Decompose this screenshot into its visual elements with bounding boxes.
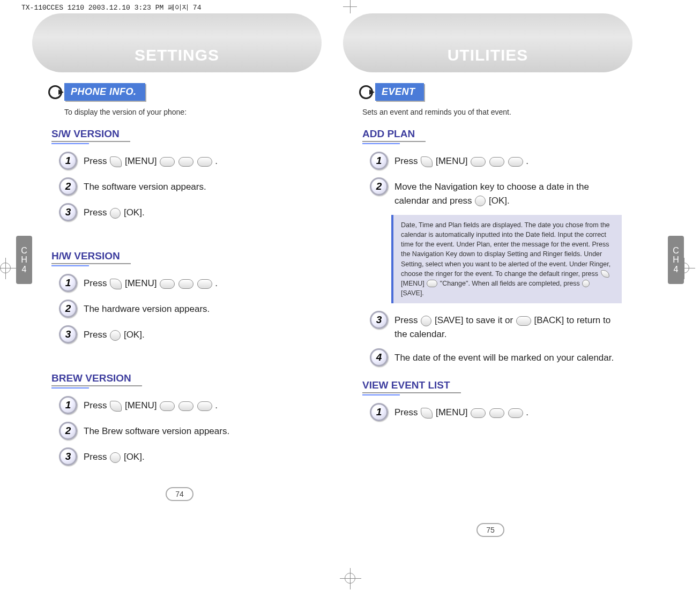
step-number-icon: 1 xyxy=(370,403,388,421)
menu-key-icon xyxy=(110,279,122,289)
doc-header-meta: TX-110CCES 1210 2003.12.10 3:23 PM 페이지 7… xyxy=(21,3,201,12)
subheading-sw-version: S/W VERSION xyxy=(51,128,130,142)
step-row: 2 The Brew software version appears. xyxy=(59,422,311,440)
step-number-icon: 2 xyxy=(370,177,388,196)
key-icon xyxy=(508,157,523,167)
ok-key-icon xyxy=(110,330,121,341)
text: Press xyxy=(84,330,109,340)
crop-mark-bottom xyxy=(345,573,355,584)
step-row: 3 Press [SAVE] to save it or [BACK] to r… xyxy=(370,311,622,341)
step-number-icon: 2 xyxy=(59,422,77,440)
text: [MENU] xyxy=(436,407,470,417)
key-icon xyxy=(178,279,193,289)
key-icon xyxy=(160,279,175,289)
step-text: Press [MENU] . xyxy=(84,274,218,290)
text: Press xyxy=(84,207,109,218)
step-row: 2 The software version appears. xyxy=(59,177,311,196)
step-number-icon: 3 xyxy=(59,203,77,221)
step-text: Press [OK]. xyxy=(84,447,145,464)
text: . xyxy=(526,407,528,417)
step-text: Press [MENU] . xyxy=(394,152,528,168)
step-text: Press [SAVE] to save it or [BACK] to ret… xyxy=(394,311,622,341)
key-icon xyxy=(471,157,486,167)
section-label: EVENT xyxy=(375,83,424,101)
page-number: 75 xyxy=(476,523,504,537)
step-row: 1 Press [MENU] . xyxy=(59,274,311,292)
step-number-icon: 1 xyxy=(59,152,77,170)
menu-key-icon xyxy=(421,408,433,419)
section-description: To display the version of your phone: xyxy=(64,108,311,116)
ok-key-icon xyxy=(110,208,121,219)
page-right: UTILITIES EVENT Sets an event and remind… xyxy=(343,13,632,537)
step-number-icon: 3 xyxy=(370,311,388,329)
page-title: SETTINGS xyxy=(135,46,219,64)
chapter-label: CH xyxy=(21,246,27,265)
section-description: Sets an event and reminds you of that ev… xyxy=(362,108,622,116)
text: [MENU] xyxy=(401,280,426,287)
menu-key-icon xyxy=(601,270,609,278)
page-title: UTILITIES xyxy=(448,46,528,64)
text: [OK]. xyxy=(489,196,510,206)
step-number-icon: 2 xyxy=(59,300,77,318)
page-header-utilities: UTILITIES xyxy=(343,13,632,72)
ok-key-icon xyxy=(110,452,121,463)
step-text: Press [MENU] . xyxy=(84,396,218,413)
step-row: 4 The date of the event will be marked o… xyxy=(370,348,622,367)
page-header-settings: SETTINGS xyxy=(32,13,322,72)
key-icon xyxy=(508,408,523,418)
key-icon xyxy=(197,401,212,411)
text: Press xyxy=(84,156,109,166)
chapter-number: 4 xyxy=(22,265,27,274)
menu-key-icon xyxy=(421,156,433,167)
step-number-icon: 4 xyxy=(370,348,388,367)
key-icon xyxy=(178,157,193,167)
note-box: Date, Time and Plan fields are displayed… xyxy=(391,215,622,303)
step-row: 2 Move the Navigation key to choose a da… xyxy=(370,177,622,207)
key-icon xyxy=(471,408,486,418)
step-row: 1 Press [MENU] . xyxy=(59,396,311,414)
subheading-brew-version: BREW VERSION xyxy=(51,372,142,386)
key-icon xyxy=(178,401,193,411)
text: . xyxy=(215,400,218,410)
save-key-icon xyxy=(421,316,431,326)
text: Press xyxy=(394,407,420,417)
section-tag-phone-info: PHONE INFO. xyxy=(48,83,145,101)
text: [MENU] xyxy=(125,400,159,410)
menu-key-icon xyxy=(110,401,122,412)
step-number-icon: 1 xyxy=(59,396,77,414)
ok-key-icon xyxy=(475,196,486,206)
chapter-tab-left: CH 4 xyxy=(16,236,32,284)
step-row: 1 Press [MENU] . xyxy=(59,152,311,170)
step-row: 1 Press [MENU] . xyxy=(370,152,622,170)
step-row: 3 Press [OK]. xyxy=(59,447,311,466)
key-icon xyxy=(427,280,437,287)
text: [MENU] xyxy=(436,156,470,166)
text: Press xyxy=(84,452,109,462)
step-row: 3 Press [OK]. xyxy=(59,325,311,343)
page-number: 74 xyxy=(166,487,193,501)
step-text: Press [MENU] . xyxy=(394,403,528,420)
menu-key-icon xyxy=(110,156,122,167)
step-text: The Brew software version appears. xyxy=(84,422,229,438)
step-text: Move the Navigation key to choose a date… xyxy=(394,177,622,207)
text: [OK]. xyxy=(124,452,145,462)
key-icon xyxy=(197,157,212,167)
text: Press xyxy=(394,315,420,325)
key-icon xyxy=(160,401,175,411)
step-text: The software version appears. xyxy=(84,177,206,194)
text: . xyxy=(215,156,218,166)
save-key-icon xyxy=(582,280,590,287)
section-bullet-icon xyxy=(359,85,373,99)
text: [MENU] xyxy=(125,156,159,166)
key-icon xyxy=(489,157,504,167)
step-number-icon: 1 xyxy=(59,274,77,292)
text: . xyxy=(215,278,218,288)
back-key-icon xyxy=(516,316,531,326)
page-left: SETTINGS PHONE INFO. To display the vers… xyxy=(32,13,322,537)
text: [SAVE] to save it or xyxy=(435,315,516,325)
key-icon xyxy=(489,408,504,418)
section-label: PHONE INFO. xyxy=(64,83,145,101)
step-number-icon: 3 xyxy=(59,325,77,343)
step-number-icon: 3 xyxy=(59,447,77,466)
text: Date, Time and Plan fields are displayed… xyxy=(401,221,610,278)
